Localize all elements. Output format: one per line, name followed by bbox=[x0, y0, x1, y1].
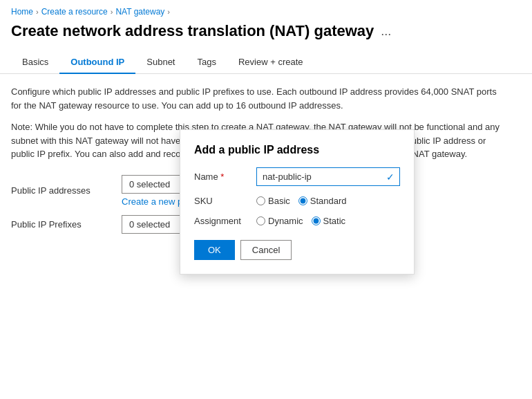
modal-assignment-label: Assignment bbox=[194, 216, 256, 226]
modal-sku-label: SKU bbox=[194, 196, 256, 206]
sku-standard-radio[interactable] bbox=[298, 196, 307, 205]
assignment-dynamic-radio[interactable] bbox=[256, 216, 265, 225]
modal-sku-field: SKU Basic Standard bbox=[194, 196, 400, 206]
breadcrumb-nat-gateway[interactable]: NAT gateway bbox=[115, 7, 164, 17]
tab-bar: Basics Outbound IP Subnet Tags Review + … bbox=[0, 51, 532, 74]
sku-standard-label: Standard bbox=[310, 196, 347, 206]
public-ip-prefixes-label: Public IP Prefixes bbox=[11, 219, 122, 230]
sku-basic-option[interactable]: Basic bbox=[256, 196, 290, 206]
breadcrumb-home[interactable]: Home bbox=[11, 7, 33, 17]
modal-title: Add a public IP address bbox=[194, 144, 400, 156]
sku-basic-radio[interactable] bbox=[256, 196, 265, 205]
modal-ok-button[interactable]: OK bbox=[194, 240, 235, 260]
add-public-ip-modal: Add a public IP address Name * ✓ SKU Bas… bbox=[180, 129, 415, 275]
assignment-radio-group: Dynamic Static bbox=[256, 216, 400, 226]
modal-buttons: OK Cancel bbox=[194, 240, 400, 260]
assignment-static-radio[interactable] bbox=[312, 216, 321, 225]
assignment-static-option[interactable]: Static bbox=[312, 216, 346, 226]
sku-standard-option[interactable]: Standard bbox=[298, 196, 347, 206]
assignment-dynamic-option[interactable]: Dynamic bbox=[256, 216, 303, 226]
assignment-static-label: Static bbox=[323, 216, 346, 226]
modal-name-input-wrapper: ✓ bbox=[256, 167, 400, 186]
tab-basics[interactable]: Basics bbox=[11, 51, 59, 74]
breadcrumb: Home › Create a resource › NAT gateway › bbox=[0, 0, 532, 19]
breadcrumb-sep-2: › bbox=[111, 8, 113, 16]
breadcrumb-create-resource[interactable]: Create a resource bbox=[41, 7, 108, 17]
modal-cancel-button[interactable]: Cancel bbox=[240, 240, 292, 260]
assignment-dynamic-label: Dynamic bbox=[268, 216, 303, 226]
input-check-icon: ✓ bbox=[386, 171, 395, 183]
public-ip-prefixes-value: 0 selected bbox=[129, 219, 170, 230]
tab-tags[interactable]: Tags bbox=[186, 51, 227, 74]
content-area: Configure which public IP addresses and … bbox=[0, 74, 532, 253]
public-ip-addresses-label: Public IP addresses bbox=[11, 185, 122, 196]
tab-review-create[interactable]: Review + create bbox=[227, 51, 314, 74]
public-ip-addresses-value: 0 selected bbox=[129, 179, 170, 189]
required-indicator: * bbox=[220, 171, 224, 182]
tab-outbound-ip[interactable]: Outbound IP bbox=[59, 51, 135, 74]
breadcrumb-sep-1: › bbox=[36, 8, 39, 16]
tab-subnet[interactable]: Subnet bbox=[135, 51, 186, 74]
modal-name-field: Name * ✓ bbox=[194, 167, 400, 186]
modal-assignment-field: Assignment Dynamic Static bbox=[194, 216, 400, 226]
page-options-button[interactable]: ... bbox=[381, 24, 391, 39]
sku-basic-label: Basic bbox=[268, 196, 290, 206]
sku-radio-group: Basic Standard bbox=[256, 196, 400, 206]
modal-name-input[interactable] bbox=[256, 167, 400, 186]
breadcrumb-sep-3: › bbox=[167, 8, 170, 16]
page-title: Create network address translation (NAT)… bbox=[11, 22, 374, 40]
description-1: Configure which public IP addresses and … bbox=[11, 85, 509, 112]
page-title-row: Create network address translation (NAT)… bbox=[0, 19, 532, 51]
modal-name-label: Name * bbox=[194, 171, 256, 182]
